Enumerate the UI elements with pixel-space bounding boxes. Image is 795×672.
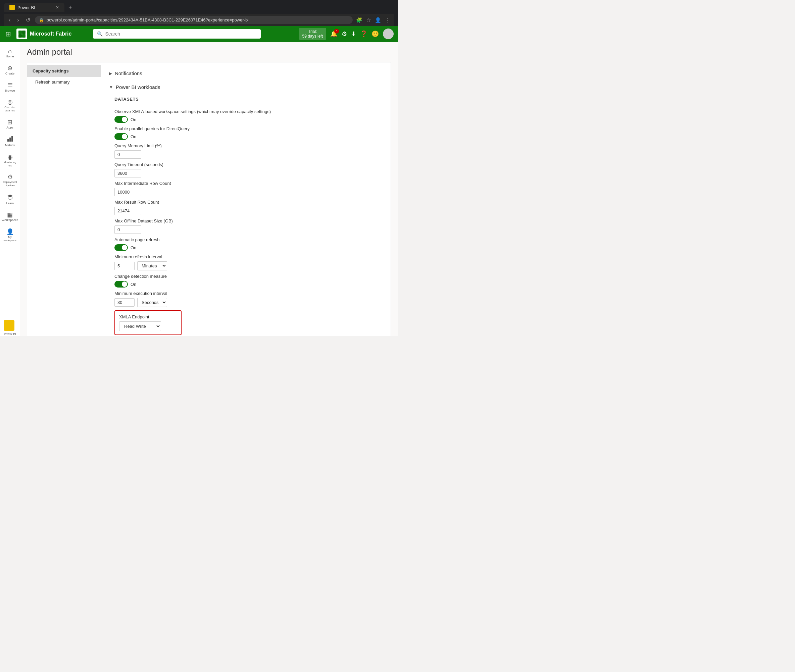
smiley-icon[interactable]: 🙂 — [372, 30, 379, 38]
browse-icon: ☰ — [7, 82, 13, 88]
refresh-button[interactable]: ↺ — [24, 16, 32, 24]
sidebar-label-myworkspace: My workspace — [3, 235, 18, 242]
workloads-title: Power BI workloads — [116, 84, 160, 90]
admin-body: Capacity settings Refresh summary ▶ Noti… — [27, 62, 391, 336]
sidebar-label-workspaces: Workspaces — [2, 218, 18, 222]
xmla-workspace-toggle-label: On — [131, 117, 136, 122]
browser-chrome: Power BI ✕ + ‹ › ↺ 🔒 powerbi.com/admin-p… — [0, 0, 398, 26]
topbar-right: Trial: 59 days left 🔔 8 ⚙ ⬇ ❓ 🙂 — [299, 28, 394, 40]
auto-page-refresh-toggle[interactable] — [114, 244, 128, 251]
sidebar-label-powerbi: Power BI — [4, 333, 16, 336]
sidebar-item-monitoring[interactable]: ◉ Monitoring hub — [2, 151, 19, 170]
trial-badge: Trial: 59 days left — [299, 28, 326, 40]
fabric-logo-text: Microsoft Fabric — [30, 31, 72, 37]
notification-bell[interactable]: 🔔 8 — [330, 30, 338, 38]
main-content: Admin portal Capacity settings Refresh s… — [20, 42, 398, 336]
sidebar-label-deployment: Deployment pipelines — [3, 181, 18, 187]
xmla-endpoint-select[interactable]: Off Read Only Read Write — [119, 322, 161, 331]
menu-icon[interactable]: ⋮ — [385, 16, 391, 24]
settings-icon[interactable]: ⚙ — [341, 30, 347, 38]
svg-rect-1 — [22, 30, 26, 34]
close-tab-button[interactable]: ✕ — [56, 5, 59, 10]
search-input[interactable] — [105, 31, 257, 37]
max-offline-label: Max Offline Dataset Size (GB) — [114, 218, 377, 224]
fabric-topbar: ⊞ Microsoft Fabric 🔍 Trial: 59 days left… — [0, 26, 398, 42]
nav-refresh-summary[interactable]: Refresh summary — [27, 77, 101, 87]
app-layout: ⌂ Home ⊕ Create ☰ Browse ◎ OneLake data … — [0, 42, 398, 336]
min-execution-row: Seconds Minutes — [114, 298, 377, 307]
sidebar-item-workspaces[interactable]: ▦ Workspaces — [2, 209, 19, 225]
sidebar-item-apps[interactable]: ⊞ Apps — [2, 117, 19, 132]
admin-nav-panel: Capacity settings Refresh summary — [27, 62, 101, 336]
lock-icon: 🔒 — [39, 18, 44, 22]
onelake-icon: ◎ — [7, 99, 13, 105]
xmla-workspace-label: Observe XMLA-based workspace settings (w… — [114, 109, 377, 114]
address-bar[interactable]: 🔒 powerbi.com/admin-portal/capacities/29… — [35, 16, 353, 24]
min-execution-unit-select[interactable]: Seconds Minutes — [137, 298, 167, 307]
change-detection-toggle-label: On — [131, 282, 136, 287]
min-refresh-label: Minimum refresh interval — [114, 254, 377, 259]
new-tab-button[interactable]: + — [66, 4, 75, 11]
max-intermediate-label: Max Intermediate Row Count — [114, 181, 377, 186]
search-bar[interactable]: 🔍 — [93, 29, 261, 38]
max-offline-input[interactable] — [114, 226, 141, 234]
svg-rect-9 — [10, 323, 11, 329]
sidebar-label-onelake: OneLake data hub — [3, 106, 18, 112]
search-icon: 🔍 — [97, 31, 103, 37]
browser-toolbar: ‹ › ↺ 🔒 powerbi.com/admin-portal/capacit… — [4, 14, 394, 26]
max-result-label: Max Result Row Count — [114, 200, 377, 205]
fabric-logo[interactable]: Microsoft Fabric — [16, 29, 72, 39]
parallel-queries-label: Enable parallel queries for DirectQuery — [114, 126, 377, 131]
workloads-arrow: ▼ — [109, 85, 113, 90]
sidebar-item-learn[interactable]: Learn — [2, 191, 19, 208]
download-icon[interactable]: ⬇ — [351, 30, 356, 38]
sidebar-item-onelake[interactable]: ◎ OneLake data hub — [2, 96, 19, 115]
forward-button[interactable]: › — [15, 16, 21, 24]
sidebar-item-create[interactable]: ⊕ Create — [2, 62, 19, 78]
user-avatar[interactable] — [383, 29, 394, 39]
parallel-queries-toggle[interactable] — [114, 133, 128, 140]
home-icon: ⌂ — [8, 48, 12, 54]
xmla-workspace-toggle-row: On — [114, 116, 377, 123]
min-refresh-input[interactable] — [114, 262, 135, 270]
xmla-endpoint-box: XMLA Endpoint Off Read Only Read Write — [114, 310, 181, 335]
svg-rect-0 — [18, 30, 22, 34]
sidebar-item-browse[interactable]: ☰ Browse — [2, 80, 19, 95]
change-detection-toggle[interactable] — [114, 281, 128, 288]
help-icon[interactable]: ❓ — [360, 30, 367, 38]
sidebar-item-deployment[interactable]: ⚙ Deployment pipelines — [2, 171, 19, 190]
min-refresh-unit-select[interactable]: Minutes Seconds Hours — [137, 261, 167, 270]
monitoring-icon: ◉ — [7, 154, 13, 160]
workloads-section-header[interactable]: ▼ Power BI workloads — [109, 82, 383, 93]
sidebar-label-create: Create — [5, 72, 14, 75]
max-intermediate-input[interactable] — [114, 188, 141, 196]
apps-grid-icon[interactable]: ⊞ — [4, 29, 13, 39]
admin-panel: Admin portal Capacity settings Refresh s… — [20, 42, 398, 336]
change-detection-toggle-row: On — [114, 281, 377, 288]
notification-badge: 8 — [334, 29, 339, 34]
sidebar-item-home[interactable]: ⌂ Home — [2, 45, 19, 61]
browser-toolbar-actions: 🧩 ☆ 👤 ⋮ — [355, 16, 391, 24]
powerbi-icon[interactable] — [4, 320, 14, 331]
extensions-icon[interactable]: 🧩 — [355, 16, 363, 24]
query-memory-input[interactable] — [114, 150, 141, 159]
min-execution-input[interactable] — [114, 298, 135, 307]
auto-page-refresh-toggle-row: On — [114, 244, 377, 251]
active-tab[interactable]: Power BI ✕ — [4, 3, 64, 12]
max-result-input[interactable] — [114, 206, 141, 215]
browser-tabs: Power BI ✕ + — [4, 3, 394, 12]
auto-page-refresh-toggle-label: On — [131, 245, 136, 250]
sidebar-item-myworkspace[interactable]: 👤 My workspace — [2, 226, 19, 245]
bookmark-icon[interactable]: ☆ — [366, 16, 372, 24]
back-button[interactable]: ‹ — [7, 16, 13, 24]
sidebar-item-metrics[interactable]: Metrics — [2, 133, 19, 150]
notifications-section-header[interactable]: ▶ Notifications — [109, 68, 383, 79]
workloads-section: ▼ Power BI workloads DATASETS Observe XM… — [109, 82, 383, 336]
metrics-icon — [7, 136, 13, 143]
profile-icon[interactable]: 👤 — [374, 16, 382, 24]
nav-capacity-settings[interactable]: Capacity settings — [27, 65, 101, 77]
create-icon: ⊕ — [7, 65, 13, 71]
query-timeout-input[interactable] — [114, 169, 141, 178]
xmla-workspace-toggle[interactable] — [114, 116, 128, 123]
deployment-icon: ⚙ — [7, 174, 13, 180]
